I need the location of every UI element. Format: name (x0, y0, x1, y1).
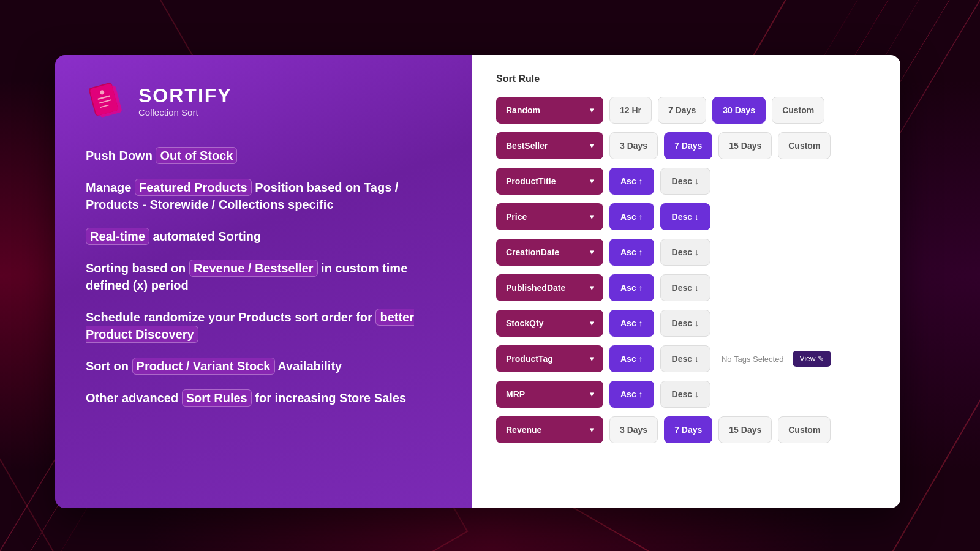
feature-item: Manage Featured Products Position based … (86, 179, 441, 213)
feature-item: Real-time automated Sorting (86, 228, 441, 245)
sort-row-price: Price ▾ Asc ↑ Desc ↓ (496, 203, 876, 230)
bestseller-label: BestSeller (506, 141, 548, 151)
sort-rule-title: Sort Rule (496, 73, 876, 84)
feature-highlight: Sort Rules (182, 389, 252, 407)
random-custom-btn[interactable]: Custom (772, 97, 824, 124)
mrp-asc-btn[interactable]: Asc ↑ (609, 381, 654, 408)
chevron-down-icon: ▾ (590, 354, 594, 363)
product-tag-asc-btn[interactable]: Asc ↑ (609, 345, 654, 372)
features-list: Push Down Out of Stock Manage Featured P… (86, 147, 441, 407)
sort-rows: Random ▾ 12 Hr 7 Days 30 Days Custom Bes… (496, 97, 876, 443)
feature-highlight: Out of Stock (156, 147, 237, 164)
price-dropdown[interactable]: Price ▾ (496, 203, 603, 230)
logo-icon (86, 80, 129, 122)
product-tag-desc-btn[interactable]: Desc ↓ (660, 345, 710, 372)
stock-qty-label: StockQty (506, 318, 543, 328)
mrp-desc-btn[interactable]: Desc ↓ (660, 381, 710, 408)
feature-item: Other advanced Sort Rules for increasing… (86, 389, 441, 407)
feature-item: Schedule randomize your Products sort or… (86, 309, 441, 343)
creation-date-desc-btn[interactable]: Desc ↓ (660, 239, 710, 266)
published-date-label: PublishedDate (506, 283, 565, 293)
revenue-3days-btn[interactable]: 3 Days (609, 416, 658, 443)
bestseller-custom-btn[interactable]: Custom (778, 132, 831, 159)
app-title: SORTIFY (138, 84, 232, 107)
bestseller-3days-btn[interactable]: 3 Days (609, 132, 658, 159)
stock-qty-asc-btn[interactable]: Asc ↑ (609, 310, 654, 337)
revenue-7days-btn[interactable]: 7 Days (664, 416, 712, 443)
sort-row-random: Random ▾ 12 Hr 7 Days 30 Days Custom (496, 97, 876, 124)
sort-row-bestseller: BestSeller ▾ 3 Days 7 Days 15 Days Custo… (496, 132, 876, 159)
random-12hr-btn[interactable]: 12 Hr (609, 97, 652, 124)
chevron-down-icon: ▾ (590, 248, 594, 257)
right-panel: Sort Rule Random ▾ 12 Hr 7 Days 30 Days … (472, 55, 900, 508)
chevron-down-icon: ▾ (590, 425, 594, 434)
left-panel: SORTIFY Collection Sort Push Down Out of… (55, 55, 472, 508)
feature-highlight: Revenue / Bestseller (189, 260, 318, 277)
feature-highlight: Featured Products (135, 179, 252, 196)
bestseller-dropdown[interactable]: BestSeller ▾ (496, 132, 603, 159)
product-title-asc-btn[interactable]: Asc ↑ (609, 168, 654, 195)
sort-row-mrp: MRP ▾ Asc ↑ Desc ↓ (496, 381, 876, 408)
no-tags-text: No Tags Selected (722, 354, 784, 364)
feature-item: Push Down Out of Stock (86, 147, 441, 164)
feature-item: Sorting based on Revenue / Bestseller in… (86, 260, 441, 294)
stock-qty-desc-btn[interactable]: Desc ↓ (660, 310, 710, 337)
random-label: Random (506, 105, 540, 115)
sort-row-published-date: PublishedDate ▾ Asc ↑ Desc ↓ (496, 274, 876, 301)
product-title-label: ProductTitle (506, 176, 556, 186)
published-date-dropdown[interactable]: PublishedDate ▾ (496, 274, 603, 301)
chevron-down-icon: ▾ (590, 390, 594, 399)
chevron-down-icon: ▾ (590, 319, 594, 328)
creation-date-dropdown[interactable]: CreationDate ▾ (496, 239, 603, 266)
chevron-down-icon: ▾ (590, 283, 594, 292)
feature-highlight: better Product Discovery (86, 309, 414, 343)
product-tag-dropdown[interactable]: ProductTag ▾ (496, 345, 603, 372)
logo-area: SORTIFY Collection Sort (86, 80, 441, 122)
revenue-dropdown[interactable]: Revenue ▾ (496, 416, 603, 443)
view-button[interactable]: View ✎ (793, 351, 831, 367)
feature-highlight: Product / Variant Stock (132, 358, 275, 375)
stock-qty-dropdown[interactable]: StockQty ▾ (496, 310, 603, 337)
revenue-15days-btn[interactable]: 15 Days (718, 416, 772, 443)
random-30days-btn[interactable]: 30 Days (712, 97, 766, 124)
published-date-asc-btn[interactable]: Asc ↑ (609, 274, 654, 301)
product-title-dropdown[interactable]: ProductTitle ▾ (496, 168, 603, 195)
main-container: SORTIFY Collection Sort Push Down Out of… (55, 55, 900, 508)
price-desc-btn[interactable]: Desc ↓ (660, 203, 710, 230)
sort-row-product-title: ProductTitle ▾ Asc ↑ Desc ↓ (496, 168, 876, 195)
product-title-desc-btn[interactable]: Desc ↓ (660, 168, 710, 195)
mrp-dropdown[interactable]: MRP ▾ (496, 381, 603, 408)
feature-item: Sort on Product / Variant Stock Availabi… (86, 358, 441, 375)
app-subtitle: Collection Sort (138, 107, 232, 118)
price-asc-btn[interactable]: Asc ↑ (609, 203, 654, 230)
logo-text: SORTIFY Collection Sort (138, 84, 232, 118)
mrp-label: MRP (506, 389, 525, 399)
sort-row-revenue: Revenue ▾ 3 Days 7 Days 15 Days Custom (496, 416, 876, 443)
sort-row-product-tag: ProductTag ▾ Asc ↑ Desc ↓ No Tags Select… (496, 345, 876, 372)
revenue-custom-btn[interactable]: Custom (778, 416, 831, 443)
sort-row-stock-qty: StockQty ▾ Asc ↑ Desc ↓ (496, 310, 876, 337)
published-date-desc-btn[interactable]: Desc ↓ (660, 274, 710, 301)
chevron-down-icon: ▾ (590, 106, 594, 114)
bestseller-7days-btn[interactable]: 7 Days (664, 132, 712, 159)
chevron-down-icon: ▾ (590, 177, 594, 186)
chevron-down-icon: ▾ (590, 212, 594, 221)
feature-highlight: Real-time (86, 228, 149, 245)
creation-date-label: CreationDate (506, 247, 559, 257)
random-dropdown[interactable]: Random ▾ (496, 97, 603, 124)
sort-row-creation-date: CreationDate ▾ Asc ↑ Desc ↓ (496, 239, 876, 266)
random-7days-btn[interactable]: 7 Days (658, 97, 706, 124)
chevron-down-icon: ▾ (590, 141, 594, 150)
product-tag-label: ProductTag (506, 354, 553, 364)
price-label: Price (506, 212, 527, 222)
creation-date-asc-btn[interactable]: Asc ↑ (609, 239, 654, 266)
bestseller-15days-btn[interactable]: 15 Days (718, 132, 772, 159)
revenue-label: Revenue (506, 425, 541, 435)
